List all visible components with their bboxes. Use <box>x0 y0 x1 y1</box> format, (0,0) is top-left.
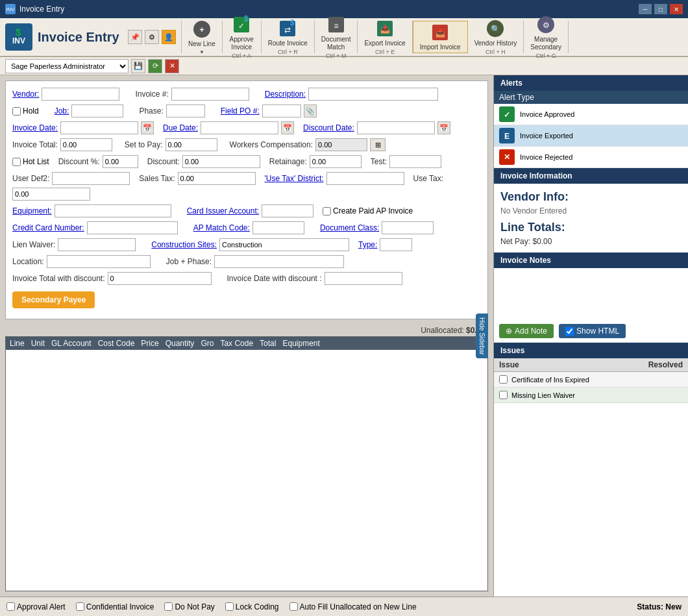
admin-dropdown[interactable]: Sage Paperless Administrator <box>5 59 129 73</box>
hide-sidebar-tab[interactable]: Hide Sidebar <box>476 314 488 359</box>
field-po-input[interactable] <box>262 105 301 117</box>
hold-checkbox-label[interactable]: Hold <box>12 106 39 116</box>
table-body[interactable] <box>6 350 487 591</box>
approval-alert-label[interactable]: Approval Alert <box>6 602 66 611</box>
route-invoice-button[interactable]: ⇄ $ Route Invoice Ctrl + R <box>262 21 315 53</box>
due-date-label[interactable]: Due Date: <box>163 123 198 132</box>
user-button[interactable]: 👤 <box>162 30 176 44</box>
confidential-invoice-label[interactable]: Confidential Invoice <box>76 602 154 611</box>
use-tax-district-input[interactable] <box>326 172 404 185</box>
col-equipment: Equipment <box>282 339 319 348</box>
add-note-button[interactable]: ⊕ Add Note <box>499 324 554 338</box>
lock-coding-checkbox[interactable] <box>225 602 234 611</box>
alert-row-rejected[interactable]: ✕ Invoice Rejected <box>494 147 688 168</box>
alert-row-exported[interactable]: E Invoice Exported <box>494 125 688 147</box>
use-tax-input[interactable] <box>12 188 90 201</box>
discount-date-input[interactable] <box>357 121 435 134</box>
invoice-date-cal[interactable]: 📅 <box>141 121 154 134</box>
credit-card-input[interactable] <box>87 221 178 234</box>
ap-match-label[interactable]: AP Match Code: <box>193 223 250 232</box>
refresh-button[interactable]: ⟳ <box>148 59 162 73</box>
settings-button[interactable]: ⚙ <box>145 30 159 44</box>
test-input[interactable] <box>389 155 441 168</box>
invoice-date-input[interactable] <box>60 121 138 134</box>
hot-list-checkbox[interactable] <box>12 158 21 166</box>
invoice-total-input[interactable] <box>60 138 112 151</box>
invoice-date-label[interactable]: Invoice Date: <box>12 123 58 132</box>
credit-card-label[interactable]: Credit Card Number: <box>12 223 84 232</box>
job-phase-input[interactable] <box>214 255 344 268</box>
ap-match-input[interactable] <box>252 221 304 234</box>
due-date-cal[interactable]: 📅 <box>281 121 294 134</box>
equipment-label[interactable]: Equipment: <box>12 206 52 216</box>
create-paid-checkbox[interactable] <box>323 207 331 216</box>
invoice-num-label: Invoice #: <box>135 90 168 99</box>
description-label[interactable]: Description: <box>265 90 306 99</box>
discount-date-cal[interactable]: 📅 <box>437 121 450 134</box>
approve-invoice-button[interactable]: ✓ $ ApproveInvoice Ctrl + A <box>223 21 262 53</box>
due-date-input[interactable] <box>201 121 278 134</box>
type-input[interactable] <box>380 238 412 251</box>
workers-comp-btn[interactable]: ⊞ <box>370 138 386 151</box>
import-invoice-button[interactable]: 📥 Import Invoice <box>413 21 468 53</box>
description-input[interactable] <box>308 88 438 101</box>
location-input[interactable] <box>47 255 151 268</box>
document-class-label[interactable]: Document Class: <box>320 223 379 232</box>
export-invoice-button[interactable]: 📤 Export Invoice Ctrl + E <box>358 21 412 53</box>
job-label[interactable]: Job: <box>55 106 69 116</box>
auto-fill-checkbox[interactable] <box>289 602 298 611</box>
card-issuer-label[interactable]: Card Issuer Account: <box>187 206 259 216</box>
secondary-payee-button[interactable]: Secondary Payee <box>12 291 95 308</box>
maximize-button[interactable]: □ <box>654 4 667 14</box>
lock-coding-label[interactable]: Lock Coding <box>225 602 279 611</box>
document-class-input[interactable] <box>382 221 434 234</box>
sales-tax-input[interactable] <box>178 172 256 185</box>
construction-sites-input[interactable] <box>219 238 349 251</box>
vendor-history-button[interactable]: 🔍 Vendor History Ctrl + H <box>468 21 524 53</box>
discount-pct-input[interactable] <box>103 155 138 168</box>
invoice-num-input[interactable] <box>171 88 249 101</box>
alert-row-approved[interactable]: ✓ Invoice Approved <box>494 104 688 125</box>
user-def2-input[interactable] <box>52 172 130 185</box>
auto-fill-label[interactable]: Auto Fill Unallocated on New Line <box>289 602 417 611</box>
vendor-info-title: Vendor Info: <box>500 190 682 204</box>
hot-list-label[interactable]: Hot List <box>12 157 49 166</box>
do-not-pay-label[interactable]: Do Not Pay <box>164 602 214 611</box>
lien-waiver-input[interactable] <box>58 238 136 251</box>
discount-input[interactable] <box>182 155 260 168</box>
equipment-input[interactable] <box>55 204 171 217</box>
close-button[interactable]: ✕ <box>670 4 683 14</box>
card-issuer-input[interactable] <box>262 204 313 217</box>
type-label[interactable]: Type: <box>358 240 377 249</box>
approval-alert-checkbox[interactable] <box>6 602 15 611</box>
construction-sites-label[interactable]: Construction Sites: <box>151 240 217 249</box>
new-line-button[interactable]: + New Line ▼ <box>182 21 223 53</box>
minimize-button[interactable]: ─ <box>639 4 652 14</box>
workers-comp-input[interactable] <box>315 138 367 151</box>
confidential-invoice-checkbox[interactable] <box>76 602 84 611</box>
phase-input[interactable] <box>166 105 205 117</box>
discount-date-label[interactable]: Discount Date: <box>303 123 354 132</box>
manage-secondary-button[interactable]: ⚙ ManageSecondary Ctrl + G <box>524 21 569 53</box>
hold-checkbox[interactable] <box>12 107 21 116</box>
set-to-pay-input[interactable] <box>166 138 217 151</box>
delete-button[interactable]: ✕ <box>165 59 179 73</box>
field-po-btn[interactable]: 📎 <box>304 105 317 117</box>
cert-expired-checkbox[interactable] <box>499 375 508 384</box>
missing-lien-checkbox[interactable] <box>499 391 508 399</box>
use-tax-district-label[interactable]: 'Use Tax' District: <box>265 174 324 183</box>
pin-button[interactable]: 📌 <box>128 30 142 44</box>
create-paid-label[interactable]: Create Paid AP Invoice <box>323 206 413 216</box>
unallocated-row: Unallocated: $0.00 <box>0 325 493 336</box>
retainage-input[interactable] <box>310 155 362 168</box>
vendor-input[interactable] <box>42 88 119 101</box>
invoice-total-discount-input[interactable] <box>108 272 212 285</box>
invoice-date-discount-input[interactable] <box>325 272 402 285</box>
document-match-button[interactable]: ≡ DocumentMatch Ctrl + M <box>315 21 358 53</box>
vendor-label[interactable]: Vendor: <box>12 90 39 99</box>
do-not-pay-checkbox[interactable] <box>164 602 173 611</box>
field-po-label[interactable]: Field PO #: <box>221 106 260 116</box>
save-button[interactable]: 💾 <box>131 59 145 73</box>
show-html-button[interactable]: Show HTML <box>559 324 626 338</box>
job-input[interactable] <box>71 105 123 117</box>
